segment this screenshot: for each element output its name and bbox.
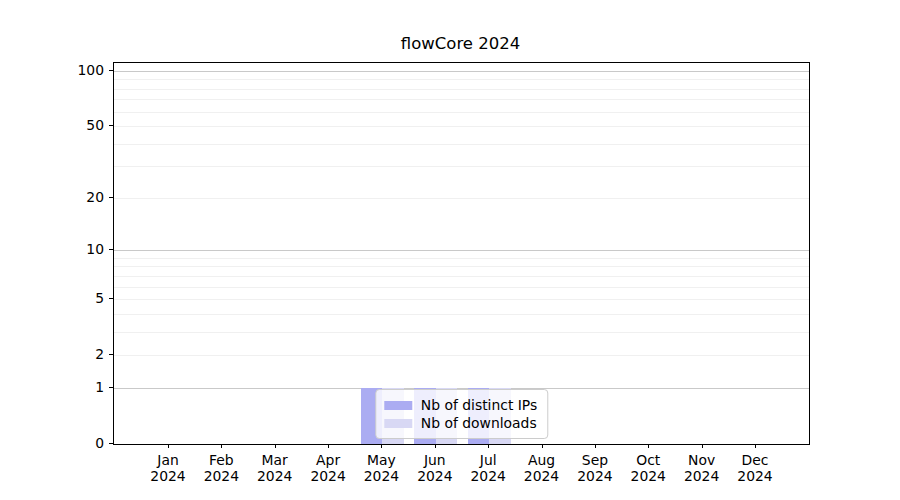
chart-title: flowCore 2024	[113, 34, 808, 53]
x-tick-mark	[702, 444, 703, 448]
x-tick-mark	[221, 444, 222, 448]
x-tick-mark	[381, 444, 382, 448]
y-tick-mark	[109, 70, 113, 71]
gridline-minor	[114, 99, 809, 100]
y-tick-mark	[109, 387, 113, 388]
legend-item-distinct-ips: Nb of distinct IPs	[384, 396, 537, 414]
gridline-major	[114, 250, 809, 251]
x-tick-mark	[595, 444, 596, 448]
gridline-major	[114, 71, 809, 72]
gridline-minor	[114, 166, 809, 167]
gridline-minor	[114, 79, 809, 80]
y-tick-mark	[109, 249, 113, 250]
x-tick-mark	[542, 444, 543, 448]
y-tick-mark	[109, 298, 113, 299]
x-tick-mark	[275, 444, 276, 448]
legend: Nb of distinct IPs Nb of downloads	[375, 389, 548, 439]
gridline-minor	[114, 89, 809, 90]
x-tick-mark	[648, 444, 649, 448]
gridline-minor	[114, 314, 809, 315]
gridline-minor	[114, 299, 809, 300]
y-tick-mark	[109, 443, 113, 444]
legend-label-distinct-ips: Nb of distinct IPs	[421, 397, 537, 413]
gridline-minor	[114, 276, 809, 277]
y-tick-label: 20	[42, 189, 104, 205]
gridline-minor	[114, 144, 809, 145]
x-tick-mark	[168, 444, 169, 448]
y-tick-label: 5	[42, 290, 104, 306]
y-tick-label: 1	[42, 379, 104, 395]
gridline-minor	[114, 355, 809, 356]
y-tick-label: 100	[42, 62, 104, 78]
y-tick-label: 50	[42, 117, 104, 133]
y-tick-label: 2	[42, 346, 104, 362]
y-tick-label: 0	[42, 435, 104, 451]
chart-figure: flowCore 2024 Nb of distinct IPs Nb of d…	[0, 0, 900, 500]
legend-swatch-downloads-icon	[384, 419, 412, 428]
y-tick-mark	[109, 197, 113, 198]
x-tick-year: 2024	[715, 468, 795, 484]
plot-area: Nb of distinct IPs Nb of downloads	[113, 62, 810, 445]
gridline-minor	[114, 258, 809, 259]
y-tick-mark	[109, 354, 113, 355]
x-tick-month: Dec	[715, 452, 795, 468]
x-tick-mark	[328, 444, 329, 448]
legend-item-downloads: Nb of downloads	[384, 414, 537, 432]
x-tick-mark	[435, 444, 436, 448]
gridline-minor	[114, 266, 809, 267]
x-tick-mark	[755, 444, 756, 448]
gridline-minor	[114, 198, 809, 199]
y-tick-label: 10	[42, 241, 104, 257]
gridline-minor	[114, 126, 809, 127]
gridline-minor	[114, 287, 809, 288]
x-tick-mark	[488, 444, 489, 448]
legend-label-downloads: Nb of downloads	[421, 415, 537, 431]
legend-swatch-distinct-ips-icon	[384, 401, 412, 410]
y-tick-mark	[109, 125, 113, 126]
x-tick-label-dec: Dec2024	[715, 452, 795, 484]
gridline-minor	[114, 332, 809, 333]
gridline-minor	[114, 112, 809, 113]
